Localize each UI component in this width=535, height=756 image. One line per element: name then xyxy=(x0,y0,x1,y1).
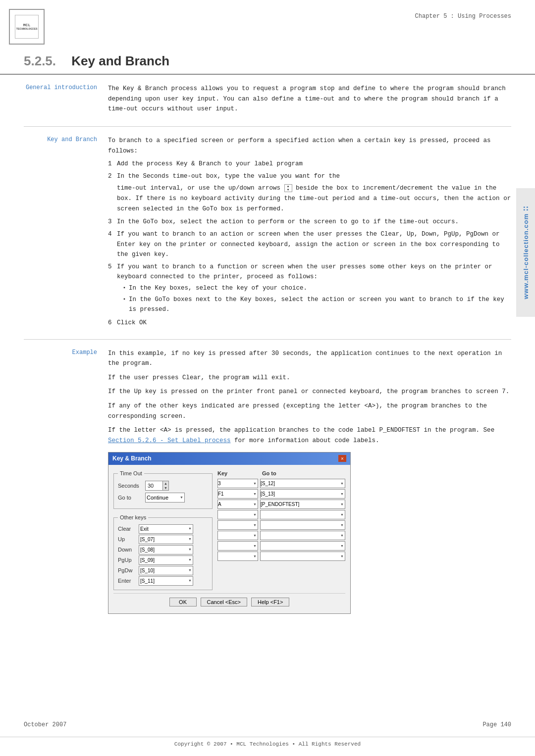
copyright-text: Copyright © 2007 • MCL Technologies • Al… xyxy=(174,741,361,747)
dialog-content: Time Out Seconds 30 ▲ ▼ xyxy=(108,465,350,613)
steps-list-2: 3 In the GoTo box, select the action to … xyxy=(108,217,511,328)
help-button[interactable]: Help <F1> xyxy=(251,598,289,606)
example-label: Example xyxy=(24,349,108,614)
page-footer: October 2007 Page 140 xyxy=(0,721,535,728)
pgup-select[interactable]: [S_09] xyxy=(139,555,193,565)
dialog-title: Key & Branch xyxy=(112,454,152,464)
title-number: 5.2.5. xyxy=(24,53,56,68)
goto-select-5[interactable] xyxy=(260,520,345,530)
dialog-right-pane: Key Go to 3 xyxy=(217,469,345,590)
goto-select-1-wrapper: [S_12] xyxy=(260,479,345,488)
step-6: 6 Click OK xyxy=(108,318,511,328)
key-goto-row-3: A [P_ENDOFTEST] xyxy=(217,500,345,509)
key-select-4-wrapper xyxy=(217,510,258,519)
key-branch-body: To branch to a specified screen or perfo… xyxy=(108,136,511,330)
key-goto-header: Key Go to xyxy=(217,469,345,478)
up-row: Up [S_07] xyxy=(118,535,208,544)
goto-select[interactable]: Continue xyxy=(145,493,185,503)
key-select-5[interactable] xyxy=(217,520,258,530)
ok-button[interactable]: OK xyxy=(169,598,197,606)
timeout-legend: Time Out xyxy=(118,469,144,478)
key-select-2[interactable]: F1 xyxy=(217,489,258,499)
spin-up[interactable]: ▲ xyxy=(163,481,168,486)
general-intro-section: General introduction The Key & Branch pr… xyxy=(24,75,511,127)
step-1: 1 Add the process Key & Branch to your l… xyxy=(108,159,511,169)
step-2: 2 In the Seconds time-out box, type the … xyxy=(108,171,511,182)
key-col-header: Key xyxy=(217,469,262,478)
seconds-input-group: 30 ▲ ▼ xyxy=(145,481,169,491)
pgup-label: PgUp xyxy=(118,555,139,564)
goto-select-4[interactable] xyxy=(260,510,345,519)
cancel-button[interactable]: Cancel <Esc> xyxy=(201,598,247,606)
spin-down[interactable]: ▼ xyxy=(163,486,168,490)
goto-label: Go to xyxy=(118,493,145,502)
example-body: In this example, if no key is pressed af… xyxy=(108,349,511,614)
content-area: General introduction The Key & Branch pr… xyxy=(0,75,535,623)
key-select-2-wrapper: F1 xyxy=(217,489,258,499)
timeout-group: Time Out Seconds 30 ▲ ▼ xyxy=(113,469,213,509)
goto-select-1[interactable]: [S_12] xyxy=(260,479,345,488)
clear-select[interactable]: Exit xyxy=(139,524,193,534)
key-select-8-wrapper xyxy=(217,552,258,561)
general-intro-label: General introduction xyxy=(24,84,108,117)
side-watermark: ∷ www.mcl-collection.com xyxy=(516,188,535,317)
down-select-wrapper: [S_08] xyxy=(139,545,193,554)
copyright-bar: Copyright © 2007 • MCL Technologies • Al… xyxy=(0,737,535,747)
goto-select-6[interactable] xyxy=(260,531,345,540)
pgdw-label: PgDw xyxy=(118,566,139,575)
key-goto-row-4 xyxy=(217,510,345,519)
goto-row: Go to Continue xyxy=(118,493,208,503)
goto-select-7-wrapper xyxy=(260,541,345,551)
up-label: Up xyxy=(118,535,139,544)
key-branch-section: Key and Branch To branch to a specified … xyxy=(24,127,511,340)
goto-select-3-wrapper: [P_ENDOFTEST] xyxy=(260,500,345,509)
dialog-close-button[interactable]: × xyxy=(338,455,346,462)
key-select-1[interactable]: 3 xyxy=(217,479,258,488)
pgup-select-wrapper: [S_09] xyxy=(139,555,193,565)
enter-select-wrapper: [S_11] xyxy=(139,576,193,586)
goto-select-5-wrapper xyxy=(260,520,345,530)
goto-select-2-wrapper: [S_13] xyxy=(260,489,345,499)
key-select-7[interactable] xyxy=(217,541,258,551)
up-select[interactable]: [S_07] xyxy=(139,535,193,544)
key-select-4[interactable] xyxy=(217,510,258,519)
dialog-left-pane: Time Out Seconds 30 ▲ ▼ xyxy=(113,469,213,590)
key-select-1-wrapper: 3 xyxy=(217,479,258,488)
step-5: 5 If you want to branch to a function or… xyxy=(108,262,511,316)
down-label: Down xyxy=(118,545,139,554)
other-keys-legend: Other keys xyxy=(118,513,148,522)
general-intro-body: The Key & Branch process allows you to r… xyxy=(108,84,511,117)
enter-select[interactable]: [S_11] xyxy=(139,576,193,586)
down-row: Down [S_08] xyxy=(118,545,208,554)
goto-select-8[interactable] xyxy=(260,552,345,561)
goto-select-wrapper: Continue xyxy=(145,493,185,503)
key-select-7-wrapper xyxy=(217,541,258,551)
seconds-value[interactable]: 30 xyxy=(145,481,163,491)
key-select-6[interactable] xyxy=(217,531,258,540)
down-select[interactable]: [S_08] xyxy=(139,545,193,554)
pgdw-select[interactable]: [S_10] xyxy=(139,566,193,575)
seconds-label: Seconds xyxy=(118,481,145,490)
pgdw-row: PgDw [S_10] xyxy=(118,566,208,575)
title-section: 5.2.5. Key and Branch xyxy=(0,45,535,75)
key-select-3[interactable]: A xyxy=(217,500,258,509)
chapter-label: Chapter 5 : Using Processes xyxy=(415,9,511,20)
key-goto-row-6 xyxy=(217,531,345,540)
spinner-icon xyxy=(284,184,292,192)
clear-row: Clear Exit xyxy=(118,524,208,534)
sub-bullet-list: In the Key boxes, select the key of your… xyxy=(117,283,511,315)
enter-row: Enter [S_11] xyxy=(118,576,208,586)
goto-select-2[interactable]: [S_13] xyxy=(260,489,345,499)
dialog-buttons: OK Cancel <Esc> Help <F1> xyxy=(113,593,345,609)
goto-select-3[interactable]: [P_ENDOFTEST] xyxy=(260,500,345,509)
goto-select-7[interactable] xyxy=(260,541,345,551)
bullet-5b: In the GoTo boxes next to the Key boxes,… xyxy=(123,295,511,315)
goto-select-8-wrapper xyxy=(260,552,345,561)
footer-date: October 2007 xyxy=(24,721,66,728)
key-select-8[interactable] xyxy=(217,552,258,561)
seconds-spinner[interactable]: ▲ ▼ xyxy=(163,481,169,491)
dialog-titlebar: Key & Branch × xyxy=(108,453,350,465)
bullet-5a: In the Key boxes, select the key of your… xyxy=(123,283,511,294)
example-section: Example In this example, if no key is pr… xyxy=(24,340,511,623)
section-link[interactable]: Section 5.2.6 - Set Label process xyxy=(108,437,231,444)
